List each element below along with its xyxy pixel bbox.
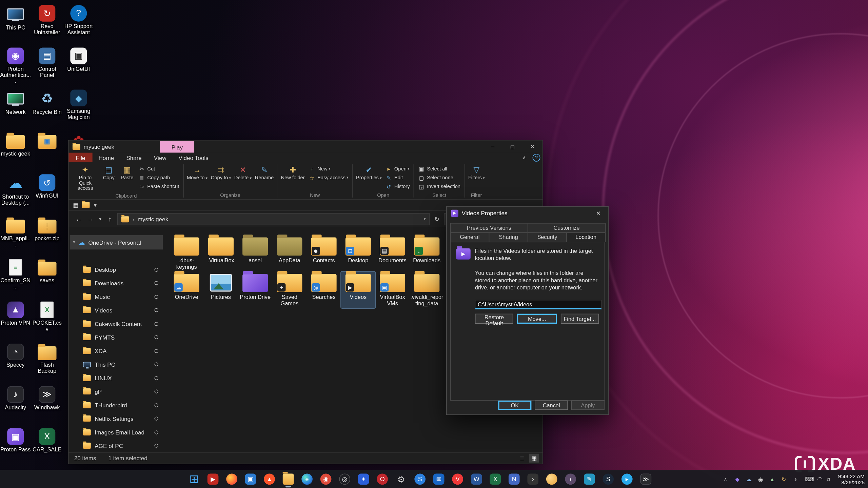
- tab-sharing[interactable]: Sharing: [489, 232, 528, 242]
- desktop-icon-samsung-magician[interactable]: ◆ Samsung Magician: [63, 87, 94, 129]
- tray-proton-icon[interactable]: ◆: [733, 475, 741, 483]
- taskbar-onenote[interactable]: N: [506, 471, 522, 487]
- taskbar-amber-app[interactable]: [544, 471, 559, 487]
- desktop-icon-proton-vpn[interactable]: ▲ Proton VPN: [0, 299, 31, 341]
- sidebar-item-xda[interactable]: XDA: [68, 344, 164, 358]
- close-button[interactable]: ✕: [522, 141, 542, 153]
- file-appdata[interactable]: AppData: [272, 235, 307, 272]
- taskbar-terminal[interactable]: ›: [525, 471, 541, 487]
- sidebar-item-desktop[interactable]: Desktop: [68, 263, 164, 277]
- desktop-icon-car-sale[interactable]: X CAR_SALE: [32, 426, 62, 468]
- select-none-button[interactable]: ▢ Select none▾: [417, 173, 463, 182]
- sidebar-item-pymts[interactable]: PYMTS: [68, 331, 164, 344]
- tray-update-icon[interactable]: ↻: [780, 475, 788, 483]
- recent-locations-button[interactable]: ▾: [96, 213, 104, 225]
- sidebar-item-age-of-pc[interactable]: AGE of PC: [68, 439, 164, 452]
- menu-home[interactable]: Home: [93, 153, 120, 162]
- maximize-button[interactable]: ▢: [502, 141, 522, 153]
- pin-to-quick-access-button[interactable]: ✦ Pin to Quick access▾: [71, 163, 100, 192]
- volume-icon[interactable]: ♬: [826, 476, 832, 483]
- desktop-icon-recycle-bin[interactable]: ♻ Recycle Bin: [32, 87, 62, 129]
- desktop-icon-pocket-zip[interactable]: ┆ pocket.zip: [32, 214, 62, 256]
- sidebar-item-cakewalk-content[interactable]: Cakewalk Content: [68, 317, 164, 331]
- file-dbus-keyrings[interactable]: .dbus-keyrings: [170, 235, 204, 272]
- menu-view[interactable]: View: [148, 153, 173, 162]
- file-onedrive[interactable]: ☁ OneDrive: [170, 272, 204, 308]
- move-to-button[interactable]: → Move to▾: [185, 163, 209, 192]
- taskbar-gimp[interactable]: ◗: [563, 471, 578, 487]
- sidebar-item-images-email-load[interactable]: Images Email Load: [68, 426, 164, 439]
- taskbar-photos[interactable]: ✦: [356, 471, 371, 487]
- desktop-icon-windhawk[interactable]: ≫ Windhawk: [32, 383, 62, 426]
- sidebar-item-downloads[interactable]: Downloads: [68, 277, 164, 290]
- taskbar-obs[interactable]: ◎: [337, 471, 353, 487]
- desktop-icon-proton-pass[interactable]: ▣ Proton Pass: [0, 426, 31, 468]
- breadcrumb[interactable]: mystic geek: [138, 216, 169, 223]
- sidebar-item-netflix-settings[interactable]: Netflix Settings: [68, 412, 164, 426]
- taskbar-firefox[interactable]: [224, 471, 240, 487]
- desktop-icon-pictures-folder[interactable]: ▣: [32, 129, 62, 171]
- taskbar-edge[interactable]: e: [299, 471, 315, 487]
- taskbar-excel[interactable]: X: [488, 471, 503, 487]
- chevron-down-icon[interactable]: ▾: [73, 240, 75, 245]
- file-documents[interactable]: ▤ Documents: [375, 235, 410, 272]
- delete-button[interactable]: ✕ Delete▾: [233, 163, 253, 192]
- desktop-icon-this-pc[interactable]: This PC: [0, 2, 31, 45]
- taskbar-opera[interactable]: O: [375, 471, 390, 487]
- taskbar-store[interactable]: ▣: [243, 471, 258, 487]
- desktop-icon-pocket-csv[interactable]: X POCKET.csv: [32, 299, 62, 341]
- taskbar-windhawk[interactable]: ≫: [638, 471, 654, 487]
- find-target-button[interactable]: Find Target...: [560, 314, 599, 324]
- taskbar-start-button[interactable]: ⊞: [186, 471, 202, 487]
- tray-onedrive-icon[interactable]: ☁: [745, 475, 753, 483]
- ok-button[interactable]: OK: [498, 401, 531, 410]
- ribbon-collapse-button[interactable]: ∧: [520, 154, 528, 161]
- desktop-icon-proton-authenticator[interactable]: ◉ Proton Authenticat...: [0, 44, 31, 87]
- desktop-icon-unigetui[interactable]: ▣ UniGetUI: [63, 44, 94, 87]
- file-videos[interactable]: ▶ Videos: [341, 272, 375, 308]
- desktop-icon-shortcut-to-desktop[interactable]: ☁ Shortcut to Desktop (...: [0, 171, 31, 214]
- tray-audio-icon[interactable]: ♪: [791, 475, 800, 483]
- copy-button[interactable]: ▤ Copy▾: [100, 163, 118, 192]
- taskbar-outlook[interactable]: ✉: [431, 471, 447, 487]
- restore-default-button[interactable]: Restore Default: [475, 314, 513, 324]
- paste-button[interactable]: ▦ Paste▾: [118, 163, 136, 192]
- qat-properties-button[interactable]: ▦: [73, 202, 78, 208]
- desktop-icon-mystic-geek[interactable]: mystic geek: [0, 129, 31, 171]
- file-downloads[interactable]: ↓ Downloads: [410, 235, 444, 272]
- sidebar-item-videos[interactable]: Videos: [68, 304, 164, 317]
- desktop-icon-mnb-appli[interactable]: MNB_appli...: [0, 214, 31, 256]
- desktop-icon-hp-support-assistant[interactable]: ? HP Support Assistant: [63, 2, 94, 45]
- file-saved-games[interactable]: + Saved Games: [272, 272, 307, 308]
- taskbar-steam[interactable]: S: [600, 471, 616, 487]
- taskbar-paint[interactable]: ✎: [581, 471, 597, 487]
- qat-customize-button[interactable]: ▾: [94, 202, 97, 208]
- tray-expand-button[interactable]: ∧: [722, 477, 729, 482]
- desktop-icon-audacity[interactable]: ♪ Audacity: [0, 383, 31, 426]
- desktop-icon-speccy[interactable]: ◔ Speccy: [0, 341, 31, 383]
- sidebar-onedrive[interactable]: ▾ ☁ OneDrive - Personal: [70, 235, 163, 249]
- forward-button[interactable]: →: [85, 213, 96, 225]
- taskbar-settings[interactable]: ⚙: [393, 471, 409, 487]
- history-button[interactable]: ↺ History▾: [384, 182, 412, 191]
- desktop-icon-revo-uninstaller[interactable]: ↻ Revo Uninstaller: [32, 2, 62, 45]
- cancel-button[interactable]: Cancel: [535, 401, 568, 410]
- move-button[interactable]: Move...: [517, 314, 556, 324]
- taskbar-clock[interactable]: 9:43:22 AM 8/26/2025: [838, 473, 865, 485]
- desktop-icon-flash-backup[interactable]: Flash Backup: [32, 341, 62, 383]
- sidebar-item-music[interactable]: Music: [68, 290, 164, 304]
- back-button[interactable]: ←: [73, 213, 85, 225]
- file-searches[interactable]: ◎ Searches: [307, 272, 341, 308]
- copy-to-button[interactable]: ⇉ Copy to▾: [209, 163, 233, 192]
- tab-previous-versions[interactable]: Previous Versions: [450, 223, 528, 233]
- taskbar-brave[interactable]: ▲: [262, 471, 277, 487]
- edit-button[interactable]: ✎ Edit▾: [384, 173, 412, 182]
- network-icon[interactable]: ◠: [817, 475, 823, 483]
- dialog-close-button[interactable]: ✕: [589, 207, 609, 219]
- open-button[interactable]: ▸ Open▾: [384, 164, 412, 173]
- menu-file[interactable]: File: [68, 153, 92, 162]
- refresh-button[interactable]: ↻: [431, 214, 442, 225]
- new-item-button[interactable]: + New▾: [308, 164, 351, 173]
- tray-status-icon[interactable]: ◉: [756, 475, 765, 483]
- menu-video-tools[interactable]: Video Tools: [173, 153, 215, 162]
